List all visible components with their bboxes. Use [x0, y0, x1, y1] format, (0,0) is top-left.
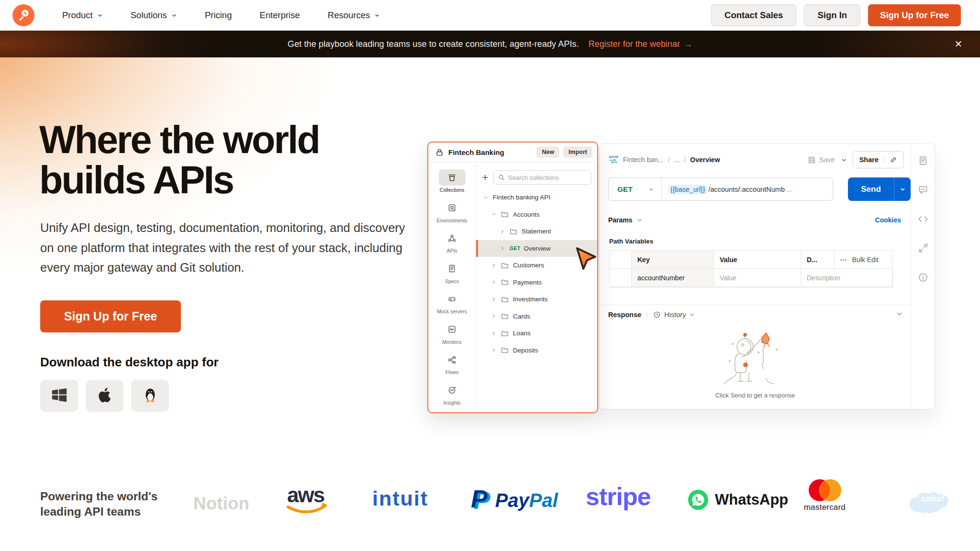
send-button[interactable]: Send	[848, 177, 911, 201]
sidebar-item-collections[interactable]: Collections	[430, 169, 474, 200]
tree-item-cards[interactable]: Cards	[476, 308, 597, 325]
nav-item-pricing[interactable]: Pricing	[205, 10, 232, 21]
mock-servers-icon	[439, 291, 466, 307]
chevron-down-icon	[648, 187, 654, 192]
sidebar-item-apis[interactable]: APIs	[430, 230, 474, 261]
download-macos-button[interactable]	[86, 380, 123, 412]
base-url-variable: {{base_url}}	[668, 185, 707, 194]
nav-item-enterprise[interactable]: Enterprise	[259, 10, 300, 21]
tree-item-fintech-banking-api[interactable]: Fintech banking API	[476, 189, 597, 206]
chevron-right-icon[interactable]	[491, 297, 497, 302]
more-options-icon[interactable]: •••	[840, 257, 847, 263]
workspace-header: Fintech Banking New Import	[428, 143, 597, 162]
sidebar-item-insights[interactable]: Insights	[430, 382, 474, 413]
download-linux-button[interactable]	[131, 380, 169, 412]
params-tab[interactable]: Params	[608, 216, 633, 224]
chevron-down-icon[interactable]	[483, 195, 489, 200]
path-variables-table: Key Value D... ••• Bulk Edit accountNumb…	[609, 250, 892, 287]
response-tab[interactable]: Response	[608, 311, 641, 319]
breadcrumb-current: Overview	[690, 156, 720, 164]
nav-item-product[interactable]: Product	[62, 10, 103, 21]
nav-item-label: Resources	[328, 10, 370, 21]
nav-sign-up-button[interactable]: Sign Up for Free	[868, 4, 961, 26]
history-button[interactable]: History	[653, 311, 695, 319]
download-windows-button[interactable]	[40, 380, 78, 412]
chevron-right-icon[interactable]	[500, 245, 505, 251]
share-button[interactable]: Share	[853, 151, 904, 168]
tree-item-deposits[interactable]: Deposits	[476, 342, 597, 359]
add-icon[interactable]	[481, 174, 489, 181]
nav-links: ProductSolutionsPricingEnterpriseResourc…	[62, 0, 380, 31]
table-header-value: Value	[714, 251, 801, 269]
workspace-title: Fintech Banking	[448, 148, 504, 156]
save-options-chevron-icon[interactable]	[841, 157, 847, 163]
sidebar-item-environments[interactable]: Environments	[430, 200, 474, 231]
chevron-right-icon[interactable]	[491, 279, 497, 285]
nav-actions: Contact Sales Sign In Sign Up for Free	[711, 4, 961, 26]
apple-icon	[96, 386, 113, 406]
row-description-cell[interactable]: Description	[801, 269, 893, 287]
chevron-right-icon[interactable]	[491, 347, 497, 353]
resize-icon[interactable]	[918, 243, 928, 253]
tree-item-label: Deposits	[513, 347, 538, 354]
folder-icon	[501, 312, 509, 320]
download-label: Download the desktop app for	[40, 355, 219, 370]
folder-icon	[501, 210, 509, 218]
folder-icon	[501, 278, 509, 286]
import-button[interactable]: Import	[563, 146, 592, 158]
tree-item-investments[interactable]: Investments	[476, 291, 597, 308]
tree-item-label: Customers	[513, 262, 544, 269]
bulk-edit-button[interactable]: ••• Bulk Edit	[835, 251, 893, 269]
new-button[interactable]: New	[536, 146, 559, 158]
hero-heading: Where the worldbuilds APIs	[39, 120, 319, 200]
chevron-right-icon[interactable]	[491, 263, 497, 268]
sidebar-item-label: Mock servers	[437, 309, 467, 314]
sign-in-button[interactable]: Sign In	[804, 4, 860, 26]
info-icon[interactable]	[918, 272, 928, 283]
hero-sign-up-button[interactable]: Sign Up for Free	[40, 300, 181, 332]
sidebar-item-specs[interactable]: Specs	[430, 261, 474, 291]
breadcrumb-collection[interactable]: Fintech ban...	[623, 156, 664, 164]
url-input[interactable]: {{base_url}} /accounts/:accountNumb ...	[662, 185, 792, 194]
chevron-down-icon[interactable]	[491, 211, 497, 217]
doc-icon[interactable]	[918, 155, 928, 166]
code-icon[interactable]	[918, 214, 928, 224]
chevron-right-icon[interactable]	[491, 313, 497, 319]
row-select-cell[interactable]	[610, 269, 632, 287]
nav-item-solutions[interactable]: Solutions	[131, 10, 177, 21]
cookies-link[interactable]: Cookies	[875, 216, 901, 224]
row-key-cell[interactable]: accountNumber	[632, 269, 714, 287]
chevron-right-icon[interactable]	[491, 331, 497, 336]
linux-icon	[142, 386, 158, 406]
tree-item-loans[interactable]: Loans	[476, 325, 597, 342]
tree-item-statement[interactable]: Statement	[476, 223, 597, 240]
nav-item-resources[interactable]: Resources	[328, 10, 380, 21]
intuit-logo: intuit	[372, 487, 428, 510]
url-builder: GET {{base_url}} /accounts/:accountNumb …	[608, 177, 904, 201]
sidebar-item-monitors[interactable]: Monitors	[430, 321, 474, 352]
sidebar-item-mock-servers[interactable]: Mock servers	[430, 291, 474, 321]
method-select[interactable]: GET	[609, 185, 661, 194]
table-select-column	[610, 251, 632, 269]
banner-close-icon[interactable]: ✕	[952, 38, 965, 50]
postman-logo[interactable]	[12, 4, 34, 26]
chevron-right-icon[interactable]	[500, 229, 505, 234]
search-collections-input[interactable]: Search collections	[493, 170, 591, 185]
chevron-down-icon	[374, 10, 380, 21]
whatsapp-logo: WhatsApp	[687, 489, 788, 511]
row-value-cell[interactable]: Value	[714, 269, 801, 287]
send-options-chevron-icon[interactable]	[894, 177, 911, 201]
contact-sales-button[interactable]: Contact Sales	[711, 4, 796, 26]
comment-icon[interactable]	[918, 185, 928, 195]
breadcrumb-ellipsis[interactable]: ...	[674, 156, 680, 164]
chevron-down-icon[interactable]	[637, 217, 643, 223]
webinar-link[interactable]: Register for the webinar→	[589, 39, 692, 49]
save-button[interactable]: Save	[808, 156, 835, 164]
folder-icon	[501, 330, 509, 337]
sidebar-item-flows[interactable]: Flows	[430, 352, 474, 382]
specs-icon	[439, 261, 466, 277]
collapse-response-chevron-icon[interactable]	[896, 310, 903, 319]
link-icon[interactable]	[890, 156, 897, 164]
tree-item-payments[interactable]: Payments	[476, 274, 597, 291]
tree-item-accounts[interactable]: Accounts	[476, 206, 597, 223]
